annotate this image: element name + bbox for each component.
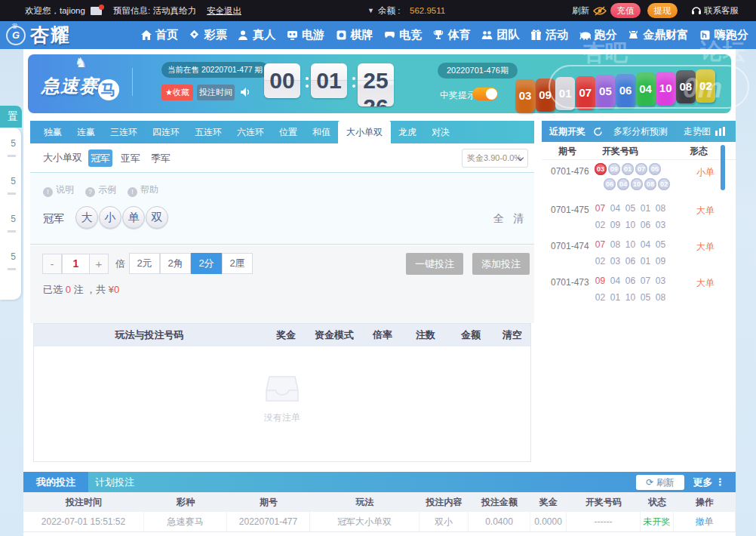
bets-cell-9[interactable]: 撤单 <box>674 512 736 531</box>
info-link-说明[interactable]: !说明 <box>43 183 74 197</box>
slip-col-5: 金额 <box>447 324 494 347</box>
my-bets-section: ⟳ 刷新 更多 ⋮ 我的投注计划投注 投注时间彩种期号玩法投注内容投注金额奖金开… <box>23 472 736 536</box>
sidebar-panel: 5555 <box>0 128 21 300</box>
tab-对决[interactable]: 对决 <box>424 121 457 143</box>
nav-item-活动[interactable]: 活动 <box>530 28 568 42</box>
refresh-balance[interactable]: 刷新 <box>572 0 589 21</box>
tab-四连环[interactable]: 四连环 <box>145 121 187 143</box>
tab-位置[interactable]: 位置 <box>272 121 305 143</box>
sidebar-count: 5 <box>11 251 16 262</box>
bet-slip-table: 玩法与投注号码奖金资金模式倍率注数金额清空 没有注单 <box>33 323 531 462</box>
refresh-bets-button[interactable]: ⟳ 刷新 <box>636 475 684 490</box>
tab-三连环[interactable]: 三连环 <box>103 121 145 143</box>
draw-numbers: 0708100405 <box>595 239 670 250</box>
chevron-down-icon[interactable]: ▼ <box>367 0 374 21</box>
unit-2分[interactable]: 2分 <box>191 253 222 274</box>
recent-results-panel: 近期开奖 多彩分析预测 走势图 期号开奖号码形态 0701-4760309010… <box>542 121 736 306</box>
speaker-icon[interactable] <box>240 87 252 97</box>
win-tip-toggle[interactable] <box>472 88 498 100</box>
mail-icon[interactable] <box>91 7 102 15</box>
slip-col-3: 倍率 <box>361 324 404 347</box>
unit-2元[interactable]: 2元 <box>129 253 160 274</box>
sidebar-dash <box>8 230 16 233</box>
bets-tab-我的投注[interactable]: 我的投注 <box>23 472 88 492</box>
pick-option-单[interactable]: 单 <box>122 206 145 229</box>
empty-tray-icon <box>265 375 300 404</box>
nav-item-电游[interactable]: 电游 <box>287 28 324 42</box>
watermark-text: 杏吧 <box>582 38 628 69</box>
trend-link[interactable]: 走势图 <box>684 121 711 142</box>
nav-item-棋牌[interactable]: 棋牌 <box>336 28 373 42</box>
unit-2厘[interactable]: 2厘 <box>222 253 253 274</box>
clock-colon <box>352 85 355 88</box>
team-icon <box>481 29 493 41</box>
nav-item-体育[interactable]: 体育 <box>433 28 471 42</box>
game-logo: 急速赛马 <box>41 74 119 100</box>
tab-六连环[interactable]: 六连环 <box>229 121 272 143</box>
bets-cell-5: 0.0400 <box>469 512 530 531</box>
nav-item-金鼎财富[interactable]: 金鼎财富 <box>628 28 688 42</box>
nav-item-团队[interactable]: 团队 <box>481 28 519 42</box>
favorite-button[interactable]: ★收藏 <box>161 85 193 100</box>
add-bet-button[interactable]: 添加投注 <box>472 253 530 275</box>
nav-item-首页[interactable]: 首页 <box>140 28 178 42</box>
result-number-tile: 05 <box>595 75 615 108</box>
nav-item-label: 体育 <box>448 28 471 42</box>
tab-独赢[interactable]: 独赢 <box>36 121 69 143</box>
draw-ball: 10 <box>631 178 643 190</box>
recent-col-0: 期号 <box>558 142 576 160</box>
stake-plus-button[interactable]: + <box>89 254 109 274</box>
stake-input[interactable]: 1 <box>62 254 90 274</box>
logout-link[interactable]: 安全退出 <box>207 0 241 21</box>
contact-service[interactable]: 联系客服 <box>704 0 739 21</box>
position-option-亚军[interactable]: 亚军 <box>118 149 143 167</box>
stake-minus-button[interactable]: - <box>42 254 62 274</box>
refresh-icon[interactable] <box>593 127 603 137</box>
subnav-label: 大小单双 <box>43 143 82 172</box>
eye-hide-icon[interactable] <box>593 6 607 16</box>
recent-title: 近期开奖 <box>549 121 585 142</box>
tab-连赢[interactable]: 连赢 <box>69 121 103 143</box>
info-link-示例[interactable]: ?示例 <box>85 183 116 197</box>
brand-logo[interactable]: G 杏耀 <box>6 21 71 49</box>
nav-item-电竞[interactable]: 电竞 <box>384 28 422 42</box>
panel-scrollbar[interactable] <box>721 145 725 190</box>
pick-option-小[interactable]: 小 <box>99 206 121 229</box>
withdraw-button[interactable]: 提现 <box>647 3 678 18</box>
draw-ball: 04 <box>617 178 629 190</box>
tab-大小单双[interactable]: 大小单双 <box>338 121 391 143</box>
quick-bet-button[interactable]: 一键投注 <box>406 253 463 275</box>
tab-龙虎[interactable]: 龙虎 <box>391 121 424 143</box>
nav-item-label: 电竞 <box>399 28 422 42</box>
pick-option-大[interactable]: 大 <box>75 206 98 229</box>
mail-notification-dot <box>99 5 104 10</box>
issue-number: 0701-474 <box>551 241 589 251</box>
tab-五连环[interactable]: 五连环 <box>187 121 229 143</box>
analysis-link[interactable]: 多彩分析预测 <box>613 121 668 142</box>
nav-item-彩票[interactable]: 彩票 <box>189 28 227 42</box>
more-button[interactable]: 更多 ⋮ <box>693 472 725 492</box>
bet-time-button[interactable]: 投注时间 <box>197 85 235 100</box>
unit-2角[interactable]: 2角 <box>160 253 191 274</box>
sidebar-tab[interactable]: 置 <box>0 106 22 128</box>
recent-results-header: 近期开奖 多彩分析预测 走势图 <box>542 121 736 142</box>
position-option-冠军[interactable]: 冠军 <box>88 149 112 167</box>
info-link-帮助[interactable]: !帮助 <box>128 183 158 197</box>
clear-selection[interactable]: 清 <box>513 212 524 226</box>
position-option-季军[interactable]: 季军 <box>149 149 173 167</box>
select-all[interactable]: 全 <box>493 212 504 226</box>
headset-icon <box>691 5 702 16</box>
nav-item-真人[interactable]: 真人 <box>238 28 275 42</box>
recharge-button[interactable]: 充值 <box>610 3 641 18</box>
bonus-dropdown[interactable]: 奖金3.90-0.0% <box>462 149 528 168</box>
pick-option-双[interactable]: 双 <box>146 206 168 229</box>
slip-col-2: 资金模式 <box>307 324 361 347</box>
bets-table-header: 投注时间彩种期号玩法投注内容投注金额奖金开奖号码状态操作 <box>23 492 736 512</box>
balance-label: 余额 : <box>378 0 400 21</box>
bets-col-1: 彩种 <box>144 492 227 512</box>
result-number-tile: 03 <box>515 79 535 112</box>
bets-tab-计划投注[interactable]: 计划投注 <box>88 472 141 492</box>
tab-和值[interactable]: 和值 <box>305 121 338 143</box>
issue-number: 0701-473 <box>551 277 589 288</box>
pattern-label: 大单 <box>696 277 715 290</box>
